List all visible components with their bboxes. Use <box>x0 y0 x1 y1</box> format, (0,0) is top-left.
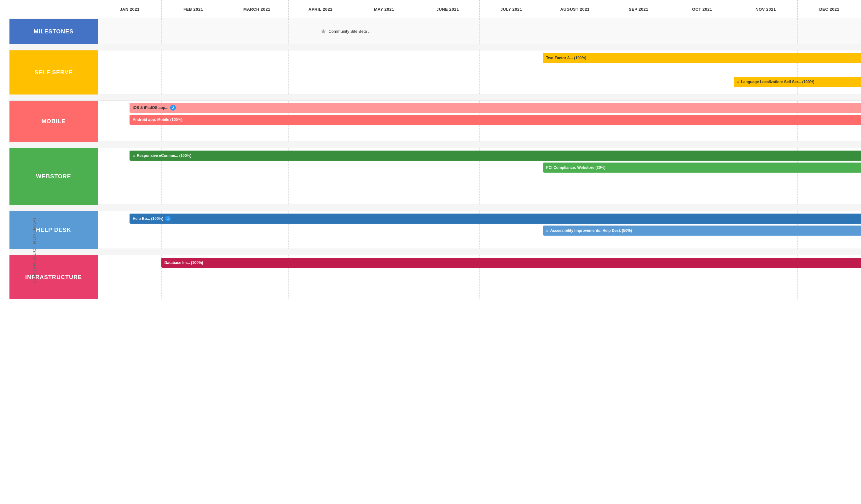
month-col: AUGUST 2021 <box>543 0 607 18</box>
mobile-content: iOS & iPadOS app...2Android app: Mobile … <box>98 101 861 142</box>
month-col: JULY 2021 <box>479 0 543 18</box>
bar-item[interactable]: ≡Accessibility Improvements: Help Desk (… <box>543 226 861 236</box>
month-col: DEC 2021 <box>797 0 861 18</box>
y-axis-label: TEAM (PRODUCT ROADMAP) <box>32 218 37 286</box>
infrastructure-row: INFRASTRUCTURE Database Im... (100%)Libr… <box>10 255 861 299</box>
month-col: JAN 2021 <box>98 0 161 18</box>
month-col: APRIL 2021 <box>288 0 352 18</box>
milestone-text: Community Site Beta ... <box>328 29 372 34</box>
lines-icon: ≡ <box>737 80 739 84</box>
bar-item[interactable]: ≡Responsive eComme... (100%) <box>129 151 861 160</box>
lines-icon: ≡ <box>546 228 548 233</box>
bar-text: iOS & iPadOS app... <box>133 106 168 110</box>
webstore-row: WEBSTORE ≡Responsive eComme... (100%)Aba… <box>10 148 861 205</box>
grid-line <box>225 51 289 94</box>
grid-line <box>161 19 225 44</box>
month-col: FEB 2021 <box>161 0 225 18</box>
bar-item[interactable]: Help Bo... (100%)1 <box>129 213 861 224</box>
section-divider-3 <box>10 142 861 148</box>
grid-line <box>225 19 289 44</box>
bar-text: Two-Factor A... (100%) <box>546 56 586 60</box>
grid-line <box>797 19 861 44</box>
webstore-label: WEBSTORE <box>10 148 98 205</box>
grid-lines <box>98 19 861 44</box>
help-desk-row: HELP DESK Help Bo... (100%)1Update Navig… <box>10 211 861 249</box>
bar-text: Database Im... (100%) <box>164 261 203 265</box>
grid-line <box>734 19 797 44</box>
grid-line <box>416 19 479 44</box>
bar-item[interactable]: PCI Compliance: Webstore (30%) <box>543 163 861 173</box>
bar-item[interactable]: ≡Language Localization: Self Ser... (100… <box>734 77 861 87</box>
months-header: JAN 2021FEB 2021MARCH 2021APRIL 2021MAY … <box>98 0 861 18</box>
mobile-label: MOBILE <box>10 101 98 142</box>
grid-line <box>416 51 479 94</box>
milestone-item[interactable]: ★Community Site Beta ... <box>320 27 372 36</box>
bar-text: Accessibility Improvements: Help Desk (5… <box>550 228 632 233</box>
bar-item[interactable]: Android app: Mobile (100%) <box>129 115 861 125</box>
bar-item[interactable]: iOS & iPadOS app...2 <box>129 103 861 113</box>
grid-line <box>98 255 161 299</box>
month-col: NOV 2021 <box>734 0 797 18</box>
help-desk-label: HELP DESK <box>10 211 98 249</box>
help-desk-content: Help Bo... (100%)1Update Navigatio... (8… <box>98 211 861 249</box>
grid-line <box>479 19 543 44</box>
lines-icon: ≡ <box>133 153 135 158</box>
grid-line <box>161 51 225 94</box>
grid-line <box>98 19 161 44</box>
section-divider-2 <box>10 95 861 101</box>
grid-line <box>543 19 607 44</box>
bar-item[interactable]: Database Im... (100%) <box>161 258 861 268</box>
bar-text: Help Bo... (100%) <box>133 216 163 221</box>
grid-line <box>352 51 416 94</box>
self-serve-row: SELF SERVE Two-Factor A... (100%)Single … <box>10 51 861 95</box>
month-col: MAY 2021 <box>352 0 416 18</box>
month-col: SEP 2021 <box>607 0 670 18</box>
grid-line <box>98 51 161 94</box>
timeline-header: JAN 2021FEB 2021MARCH 2021APRIL 2021MAY … <box>10 0 861 19</box>
section-divider-1 <box>10 44 861 51</box>
grid-line <box>288 51 352 94</box>
milestones-label: MILESTONES <box>10 19 98 44</box>
section-divider-5 <box>10 249 861 255</box>
main-content: JAN 2021FEB 2021MARCH 2021APRIL 2021MAY … <box>0 0 861 504</box>
bar-text: Android app: Mobile (100%) <box>133 117 182 122</box>
self-serve-content: Two-Factor A... (100%)Single Sign-On: Se… <box>98 51 861 95</box>
roadmap-container: TEAM (PRODUCT ROADMAP) JAN 2021FEB 2021M… <box>0 0 861 504</box>
badge: 2 <box>170 105 176 111</box>
badge: 1 <box>165 216 171 222</box>
section-divider-4 <box>10 205 861 211</box>
grid-line <box>670 19 734 44</box>
self-serve-label: SELF SERVE <box>10 51 98 95</box>
infrastructure-label: INFRASTRUCTURE <box>10 255 98 299</box>
mobile-row: MOBILE iOS & iPadOS app...2Android app: … <box>10 101 861 142</box>
month-col: MARCH 2021 <box>225 0 289 18</box>
milestones-content: ★Community Site Beta ...◆Android Mobile … <box>98 19 861 44</box>
webstore-content: ≡Responsive eComme... (100%)Abandon Cart… <box>98 148 861 205</box>
month-col: OCT 2021 <box>670 0 734 18</box>
milestones-row: MILESTONES ★Community Site Beta ...◆Andr… <box>10 19 861 44</box>
star-icon: ★ <box>320 27 327 36</box>
bar-item[interactable]: Two-Factor A... (100%) <box>543 53 861 63</box>
grid-line <box>607 19 670 44</box>
bar-text: Language Localization: Self Ser... (100%… <box>741 80 814 84</box>
grid-line <box>479 51 543 94</box>
bar-text: Responsive eComme... (100%) <box>137 153 191 158</box>
infrastructure-content: Database Im... (100%)Library Upgrades: I… <box>98 255 861 299</box>
bar-text: PCI Compliance: Webstore (30%) <box>546 165 605 170</box>
month-col: JUNE 2021 <box>416 0 479 18</box>
